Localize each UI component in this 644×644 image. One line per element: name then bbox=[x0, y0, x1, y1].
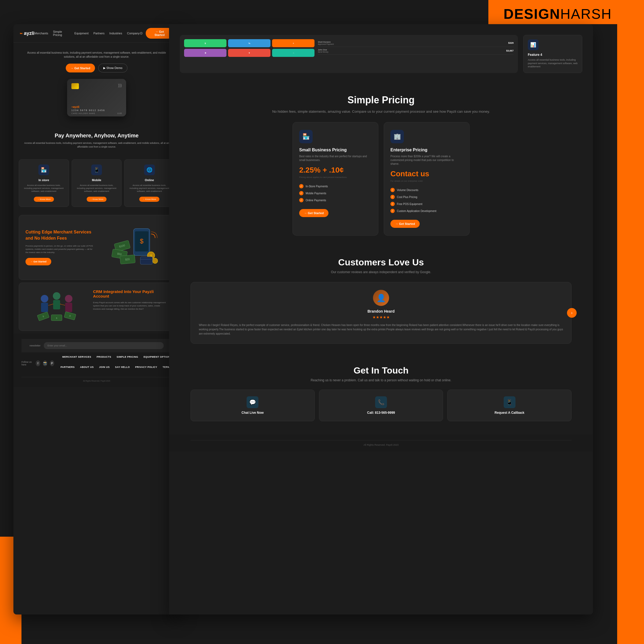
crm-illustration: $ $ $ bbox=[25, 289, 88, 324]
svg-point-18 bbox=[65, 295, 72, 302]
nav-links: Merchants Simple Pricing Equipment Partn… bbox=[34, 30, 140, 36]
pricing-card-enterprise: 🏢 Enterprise Pricing Process more than $… bbox=[384, 122, 470, 236]
facebook-icon[interactable]: f bbox=[36, 360, 40, 366]
small-pricing-note: Pricing above applies to card present tr… bbox=[299, 176, 372, 178]
top-features-row: $ % + ★ ♥ → Shell Doneen Approved Paymen… bbox=[180, 24, 582, 78]
svg-point-11 bbox=[152, 258, 158, 264]
app-tile-green: $ bbox=[184, 39, 226, 47]
nav-merchants[interactable]: Merchants bbox=[34, 32, 48, 35]
pinterest-icon[interactable]: P bbox=[50, 360, 54, 366]
phone-label: Call: 813-565-9999 bbox=[367, 411, 395, 415]
nav-partners[interactable]: Partners bbox=[93, 32, 105, 35]
contact-title: Get In Touch bbox=[191, 365, 572, 376]
crm-svg: $ $ $ bbox=[35, 289, 78, 324]
feature-card-instore: 🏪 In store Access all essential business… bbox=[19, 159, 69, 207]
svg-text:$: $ bbox=[140, 237, 143, 245]
enterprise-feature-3: ✓Free POS Equipment bbox=[390, 200, 463, 207]
svg-line-26 bbox=[49, 304, 53, 305]
feature4-icon: 📊 bbox=[528, 39, 539, 50]
review-card: 👤 Brandon Heard ★★★★★ Where do I begin! … bbox=[191, 282, 572, 344]
online-desc: Access all essential business tools, inc… bbox=[128, 184, 170, 193]
hero-show-demo-button[interactable]: ▶ Show Demo bbox=[98, 64, 127, 72]
svg-rect-15 bbox=[41, 303, 48, 312]
reviewer-name: Brandon Heard bbox=[199, 309, 563, 313]
small-pricing-name: Small Business Pricing bbox=[299, 148, 372, 152]
pay-anywhere-subtitle: Access all essential business tools, inc… bbox=[21, 141, 172, 149]
mobile-desc: Access all essential business tools, inc… bbox=[76, 184, 118, 193]
small-pricing-cta-button[interactable]: → Get Started bbox=[299, 209, 328, 217]
chat-label: Chat Live Now bbox=[241, 411, 264, 415]
enterprise-pricing-cta-button[interactable]: → Get Started bbox=[390, 220, 420, 228]
instore-know-more-button[interactable]: → Know More bbox=[34, 197, 54, 202]
small-feature-2: ✓Mobile Payments bbox=[299, 190, 372, 197]
nav-equipment[interactable]: Equipment bbox=[74, 32, 89, 35]
svg-rect-19 bbox=[65, 303, 72, 312]
svg-line-27 bbox=[60, 304, 65, 305]
nav-company[interactable]: Company bbox=[127, 32, 140, 35]
crm-title: CRM Integrated Into Your Payzli Account bbox=[93, 289, 168, 298]
newsletter-input[interactable] bbox=[44, 342, 164, 349]
nav-pricing[interactable]: Simple Pricing bbox=[53, 30, 69, 36]
footer-social: Follow us here f 📸 P bbox=[21, 360, 54, 366]
small-pricing-rate: 2.25% + .10¢ bbox=[299, 166, 372, 174]
check-icon-6: ✓ bbox=[390, 202, 395, 206]
footer-col-about: ABOUT US bbox=[80, 366, 94, 371]
right-screenshot: $ % + ★ ♥ → Shell Doneen Approved Paymen… bbox=[169, 24, 593, 614]
footer-say-hello-title: SAY HELLO bbox=[115, 366, 130, 368]
footer-partners-title: PARTNERS bbox=[60, 366, 75, 368]
footer-col-privacy: PRIVACY POLICY bbox=[135, 366, 157, 371]
review-next-button[interactable]: › bbox=[567, 308, 577, 318]
card-brand-logo: ꟷayzli bbox=[71, 105, 79, 108]
mobile-know-more-button[interactable]: → Know More bbox=[87, 197, 107, 202]
instagram-icon[interactable]: 📸 bbox=[43, 360, 47, 366]
right-copyright-text: All Rights Reserved. Payzli 2023 bbox=[364, 444, 399, 446]
footer-merchant-title: MERCHANT SERVICES bbox=[62, 356, 91, 358]
online-know-more-button[interactable]: → Know More bbox=[139, 197, 159, 202]
merchant-get-started-button[interactable]: → Get Started bbox=[25, 258, 51, 265]
credit-card: ))) ꟷayzli 1234 5678 9012 3456 CARD HOLD… bbox=[67, 79, 126, 116]
check-icon-5: ✓ bbox=[390, 195, 395, 199]
logo-icon: ꟷ bbox=[20, 30, 22, 36]
footer-col-pricing: SIMPLE PRICING bbox=[116, 356, 138, 360]
mobile-title: Mobile bbox=[76, 178, 118, 182]
feature-cards: 🏪 In store Access all essential business… bbox=[13, 159, 180, 212]
nav-actions: ⚙ → Get Started bbox=[140, 28, 173, 39]
right-top-area: $ % + ★ ♥ → Shell Doneen Approved Paymen… bbox=[169, 24, 593, 84]
orange-right-bar bbox=[617, 0, 644, 644]
footer-col-products: PRODUCTS bbox=[97, 356, 111, 360]
check-icon-1: ✓ bbox=[299, 184, 303, 188]
navigation: ꟷ ayzli Merchants Simple Pricing Equipme… bbox=[13, 24, 180, 43]
feature-card-mobile: 📱 Mobile Access all essential business t… bbox=[72, 159, 122, 207]
merchant-text: Cutting Edge Merchant Services and No Hi… bbox=[25, 229, 94, 265]
transaction-amount-2: $3,667 bbox=[506, 49, 514, 52]
newsletter-bar: newsletter bbox=[21, 339, 172, 352]
merchant-illustration: $ $100 $50 $20 $ bbox=[99, 223, 168, 272]
footer-col-partners: PARTNERS bbox=[60, 366, 75, 371]
main-screenshot: ꟷ ayzli Merchants Simple Pricing Equipme… bbox=[13, 24, 180, 614]
app-tile-red: ♥ bbox=[228, 49, 270, 57]
small-feature-1: ✓In-Store Payments bbox=[299, 183, 372, 190]
feature-card-online: 🌐 Online Access all essential business t… bbox=[124, 159, 174, 207]
small-pricing-features: ✓In-Store Payments ✓Mobile Payments ✓Onl… bbox=[299, 183, 372, 204]
enterprise-feature-4: ✓Custom Application Development bbox=[390, 207, 463, 214]
footer-links: MERCHANT SERVICES PRODUCTS SIMPLE PRICIN… bbox=[54, 356, 172, 371]
svg-point-14 bbox=[41, 295, 48, 302]
check-icon-3: ✓ bbox=[299, 198, 303, 202]
hero-get-started-button[interactable]: → Get Started bbox=[66, 64, 95, 72]
footer-col-equipment: EQUIPMENT OPTIONS bbox=[144, 356, 172, 360]
nav-industries[interactable]: Industries bbox=[109, 32, 122, 35]
check-icon-2: ✓ bbox=[299, 191, 303, 195]
merchant-title: Cutting Edge Merchant Services and No Hi… bbox=[25, 229, 94, 241]
check-icon-4: ✓ bbox=[390, 188, 395, 192]
review-text: Where do I begin! Roland Reyes, is the p… bbox=[199, 323, 563, 336]
app-tiles: $ % + ★ ♥ → bbox=[184, 39, 314, 57]
settings-icon[interactable]: ⚙ bbox=[140, 31, 143, 35]
small-feature-3: ✓Online Payments bbox=[299, 197, 372, 204]
logo-text: ayzli bbox=[24, 31, 34, 36]
svg-rect-17 bbox=[53, 300, 60, 309]
svg-text:$20: $20 bbox=[125, 258, 130, 261]
customers-subtitle: Our customer reviews are always independ… bbox=[191, 270, 572, 274]
card-container: ))) ꟷayzli 1234 5678 9012 3456 CARD HOLD… bbox=[27, 79, 166, 116]
pay-anywhere-title: Pay Anywhere, Anyhow, Anytime bbox=[21, 133, 172, 139]
instore-title: In store bbox=[23, 178, 65, 182]
